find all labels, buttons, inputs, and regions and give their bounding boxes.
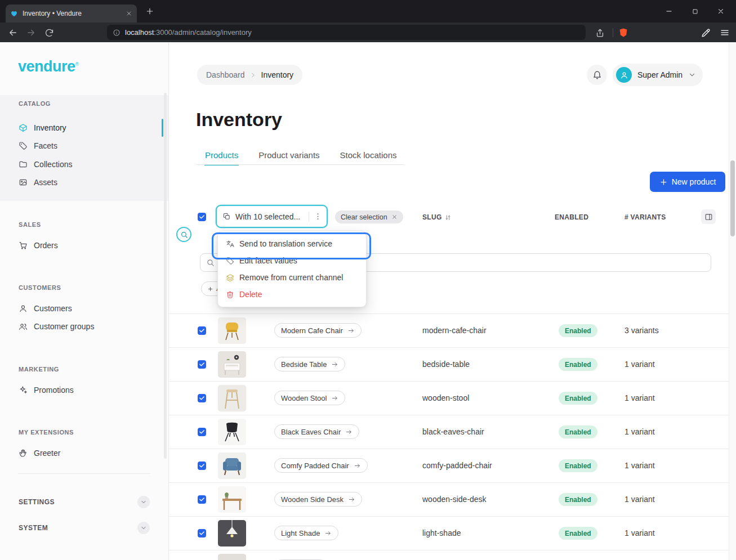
sidebar-item-collections[interactable]: Collections — [14, 155, 151, 173]
table-row: Black Eaves Chair black-eaves-chair Enab… — [169, 415, 729, 449]
row-checkbox[interactable] — [198, 326, 206, 335]
tab-product-variants[interactable]: Product variants — [258, 145, 320, 165]
menu-item-send-to-translation[interactable]: Send to translation service — [221, 235, 363, 252]
section-heading-my-extensions: MY EXTENSIONS — [19, 429, 74, 436]
select-all-checkbox[interactable] — [198, 213, 206, 221]
share-icon[interactable] — [594, 26, 606, 39]
navbar-divider — [613, 28, 613, 37]
arrow-right-icon — [324, 530, 332, 537]
new-tab-button[interactable] — [145, 7, 154, 16]
row-checkbox[interactable] — [198, 360, 206, 369]
product-name-link[interactable]: Modern Cafe Chair — [274, 323, 362, 338]
row-checkbox[interactable] — [198, 394, 206, 402]
close-icon[interactable] — [391, 214, 398, 220]
search-button-highlighted[interactable] — [176, 227, 191, 242]
clear-selection-chip[interactable]: Clear selection — [335, 210, 403, 223]
site-info-icon[interactable] — [113, 29, 121, 37]
sidebar-item-greeter[interactable]: Greeter — [14, 444, 151, 462]
user-menu[interactable]: Super Admin — [613, 64, 703, 86]
product-slug: wooden-stool — [422, 393, 469, 402]
edit-pencil-icon[interactable] — [699, 26, 712, 39]
reload-icon[interactable] — [43, 26, 55, 39]
product-name-link[interactable]: Bedside Table — [274, 357, 345, 371]
folder-icon — [19, 160, 28, 169]
table-row: Modern Cafe Chair modern-cafe-chair Enab… — [169, 313, 729, 347]
tabs-underline — [196, 164, 404, 165]
main-content: Dashboard Inventory Super Admin Inventor… — [169, 42, 729, 560]
page-title: Inventory — [196, 109, 282, 131]
vendure-admin-app: vendure® CATALOG Inventory Facets Collec… — [0, 42, 736, 560]
inventory-box-icon — [19, 123, 28, 132]
tab-stock-locations[interactable]: Stock locations — [340, 145, 398, 165]
minimize-button[interactable] — [656, 0, 682, 23]
tag-icon — [19, 141, 28, 150]
chevron-down-icon[interactable] — [137, 496, 150, 508]
variant-count: 1 variant — [625, 360, 655, 369]
copy-icon — [222, 212, 231, 221]
variant-count: 1 variant — [625, 495, 655, 504]
section-heading-catalog: CATALOG — [19, 100, 51, 107]
close-window-button[interactable] — [708, 0, 734, 23]
sidebar-item-orders[interactable]: Orders — [14, 236, 151, 254]
enabled-badge: Enabled — [559, 358, 597, 371]
tab-close-icon[interactable] — [126, 10, 132, 17]
menu-item-delete[interactable]: Delete — [221, 286, 363, 303]
brave-shield-icon[interactable] — [617, 26, 630, 39]
sidebar-item-promotions[interactable]: Promotions — [14, 381, 151, 399]
address-bar[interactable]: localhost:3000/admin/catalog/inventory — [107, 25, 586, 40]
table-row: Wooden Side Desk wooden-side-desk Enable… — [169, 482, 729, 516]
browser-menu-icon[interactable] — [719, 26, 731, 39]
row-checkbox[interactable] — [198, 462, 206, 470]
tab-products[interactable]: Products — [204, 145, 239, 165]
bulk-divider — [309, 212, 309, 222]
sidebar-item-inventory[interactable]: Inventory — [14, 119, 151, 137]
arrow-right-icon — [348, 496, 355, 503]
notifications-button[interactable] — [587, 65, 607, 85]
menu-item-remove-from-channel[interactable]: Remove from current channel — [221, 269, 363, 286]
arrow-right-icon — [331, 361, 338, 368]
section-heading-customers: CUSTOMERS — [19, 284, 61, 291]
row-checkbox[interactable] — [198, 529, 206, 537]
product-name-link[interactable]: Wooden Stool — [274, 391, 345, 405]
browser-tab[interactable]: Inventory • Vendure — [6, 5, 137, 23]
page-scrollbar[interactable] — [729, 42, 736, 560]
plus-icon — [659, 178, 668, 186]
search-icon — [206, 258, 215, 267]
breadcrumb: Dashboard Inventory — [197, 65, 302, 85]
maximize-button[interactable] — [682, 0, 708, 23]
layers-icon — [226, 274, 234, 282]
sidebar-section-system[interactable]: SYSTEM — [14, 519, 155, 537]
sidebar-item-customers[interactable]: Customers — [14, 299, 151, 317]
search-icon — [180, 231, 188, 239]
breadcrumb-dashboard[interactable]: Dashboard — [206, 70, 245, 79]
sort-icon[interactable] — [444, 214, 452, 221]
kebab-menu-icon[interactable] — [314, 212, 322, 221]
back-icon[interactable] — [7, 26, 19, 39]
row-checkbox[interactable] — [198, 428, 206, 436]
chevron-down-icon[interactable] — [137, 522, 150, 534]
product-image — [218, 419, 246, 445]
sidebar-item-facets[interactable]: Facets — [14, 137, 151, 155]
sidebar-scrollbar[interactable] — [164, 93, 167, 459]
plus-icon — [207, 286, 213, 292]
product-name-link[interactable]: Wooden Side Desk — [274, 492, 362, 507]
product-name-link[interactable]: Black Eaves Chair — [274, 424, 359, 439]
product-slug: black-eaves-chair — [422, 427, 484, 436]
column-header-slug[interactable]: SLUG — [422, 213, 452, 221]
product-slug: wooden-side-desk — [422, 495, 487, 504]
breadcrumb-current: Inventory — [261, 70, 294, 79]
sidebar-item-assets[interactable]: Assets — [14, 173, 151, 191]
section-heading-sales: SALES — [19, 221, 41, 228]
sidebar-section-settings[interactable]: SETTINGS — [14, 493, 155, 511]
new-product-button[interactable]: New product — [650, 172, 725, 192]
row-checkbox[interactable] — [198, 495, 206, 504]
column-settings-button[interactable] — [701, 209, 716, 224]
bulk-actions-button[interactable]: With 10 selected... — [216, 205, 328, 228]
product-name-link[interactable]: Comfy Padded Chair — [274, 458, 368, 473]
product-name-link[interactable]: Light Shade — [274, 526, 338, 540]
menu-item-edit-facet-values[interactable]: Edit facet values — [221, 252, 363, 269]
sidebar-item-customer-groups[interactable]: Customer groups — [14, 317, 151, 335]
scrollbar-thumb[interactable] — [730, 160, 735, 236]
forward-icon[interactable] — [25, 26, 37, 39]
arrow-right-icon — [331, 395, 338, 402]
